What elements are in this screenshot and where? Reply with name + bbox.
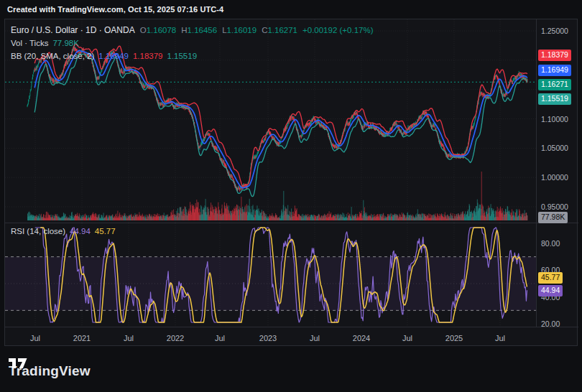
bb-label[interactable]: BB (20, SMA, close, 2) [11,52,94,60]
time-tick-label: 2024 [353,334,370,342]
rsi-value: 44.94 [70,227,91,235]
price-axis-badge: 1.15519 [538,93,571,105]
price-axis-badge: 77.98K [538,212,568,223]
bb-upper-value: 1.18379 [133,52,163,60]
price-axis-badge: 1.16949 [538,65,571,76]
time-tick-label: Jul [124,334,134,342]
volume-value: 77.98K [52,39,78,47]
time-tick-label: 2025 [445,334,463,342]
symbol-row: Euro / U.S. Dollar · 1D · OANDAO1.16078H… [11,24,373,37]
time-tick-label: 2023 [259,334,277,342]
rsi-pane[interactable]: RSI (14, close)44.9445.77 [5,223,536,327]
open-label: O [140,26,147,34]
rsi-ma-value: 45.77 [95,227,116,235]
rsi-axis-badge: 45.77 [538,272,563,284]
main-legend: Euro / U.S. Dollar · 1D · OANDAO1.16078H… [11,24,373,62]
price-axis[interactable]: 1.250001.100001.050001.000000.9500080.00… [536,19,578,327]
time-tick-label: 2022 [167,334,184,342]
time-tick-label: Jul [402,334,412,342]
rsi-chart-canvas[interactable] [5,223,536,327]
low-value: 1.16019 [227,26,257,34]
price-tick-label: 1.00000 [541,173,568,182]
price-tick-label: 1.05000 [541,144,568,152]
tradingview-chart-export: Created with TradingView.com, Oct 15, 20… [0,0,582,392]
volume-row: Vol · Ticks77.98K [11,37,373,50]
high-label: H [181,26,187,34]
rsi-legend: RSI (14, close)44.9445.77 [11,227,116,235]
price-tick-label: 1.25000 [541,27,568,35]
footer: TradingView [9,356,91,386]
tradingview-logo-icon[interactable] [9,356,28,371]
price-axis-badge: 1.16271 [538,79,571,90]
price-tick-label: 0.95000 [541,202,568,211]
attribution-text: Created with TradingView.com, Oct 15, 20… [7,5,223,14]
price-pane[interactable]: Euro / U.S. Dollar · 1D · OANDAO1.16078H… [5,19,536,223]
time-tick-label: Jul [495,334,505,342]
time-tick-label: Jul [310,334,320,342]
time-tick-label: Jul [215,334,225,342]
rsi-tick-label: 20.00 [541,319,560,328]
bb-basis-value: 1.16949 [98,52,129,60]
price-axis-badge: 1.18379 [538,50,571,61]
open-value: 1.16078 [147,26,177,34]
time-tick-label: Jul [30,334,40,342]
rsi-axis-badge: 44.94 [538,285,563,297]
symbol-title[interactable]: Euro / U.S. Dollar · 1D · OANDA [11,25,135,35]
time-axis[interactable]: Jul2021Jul2022Jul2023Jul2024Jul2025Jul [5,327,536,347]
rsi-label[interactable]: RSI (14, close) [11,227,65,235]
bb-row: BB (20, SMA, close, 2)1.169491.183791.15… [11,50,373,62]
volume-label[interactable]: Vol · Ticks [11,39,48,47]
bb-lower-value: 1.15519 [167,52,197,60]
time-tick-label: 2021 [73,334,91,342]
high-value: 1.16456 [188,26,218,34]
change-value: +0.00192 (+0.17%) [302,26,373,34]
chart-shell: Euro / U.S. Dollar · 1D · OANDAO1.16078H… [4,19,578,346]
price-tick-label: 1.10000 [541,115,568,123]
close-value: 1.16271 [267,26,297,34]
rsi-tick-label: 80.00 [541,239,560,248]
